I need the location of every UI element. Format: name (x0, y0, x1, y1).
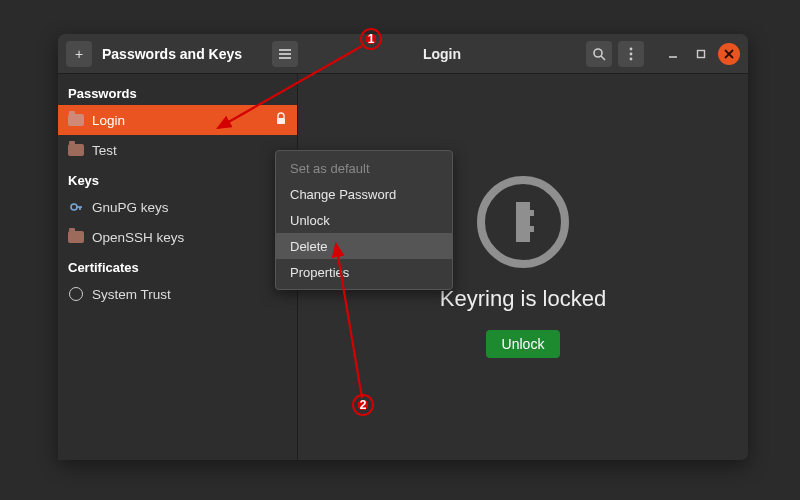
add-button[interactable]: + (66, 41, 92, 67)
window-close-button[interactable] (718, 43, 740, 65)
ctx-set-as-default: Set as default (276, 155, 452, 181)
svg-point-5 (630, 47, 633, 50)
svg-point-3 (594, 49, 602, 57)
status-text: Keyring is locked (440, 286, 606, 312)
hamburger-menu-button[interactable] (272, 41, 298, 67)
sidebar-item-label: OpenSSH keys (92, 230, 184, 245)
titlebar: + Passwords and Keys Login (58, 34, 748, 74)
ctx-unlock[interactable]: Unlock (276, 207, 452, 233)
lock-icon (275, 112, 287, 129)
key-icon (68, 200, 84, 214)
ctx-change-password[interactable]: Change Password (276, 181, 452, 207)
svg-rect-12 (277, 118, 285, 124)
sidebar-item-system-trust[interactable]: System Trust (58, 279, 297, 309)
app-title: Passwords and Keys (102, 46, 242, 62)
section-title-keys: Keys (58, 165, 297, 192)
gear-icon (68, 287, 84, 301)
context-menu: Set as default Change Password Unlock De… (275, 150, 453, 290)
sidebar-item-label: GnuPG keys (92, 200, 169, 215)
kebab-menu-button[interactable] (618, 41, 644, 67)
sidebar-item-gnupg[interactable]: GnuPG keys (58, 192, 297, 222)
folder-icon (68, 230, 84, 244)
sidebar-item-openssh[interactable]: OpenSSH keys (58, 222, 297, 252)
folder-icon (68, 113, 84, 127)
sidebar-item-label: Login (92, 113, 125, 128)
annotation-step-1: 1 (360, 28, 382, 50)
sidebar-item-login[interactable]: Login (58, 105, 297, 135)
sidebar-item-test[interactable]: Test (58, 135, 297, 165)
svg-point-7 (630, 57, 633, 60)
folder-icon (68, 143, 84, 157)
unlock-button[interactable]: Unlock (486, 330, 561, 358)
svg-point-6 (630, 52, 633, 55)
section-title-passwords: Passwords (58, 78, 297, 105)
sidebar: Passwords Login Test Keys GnuPG keys Ope… (58, 74, 298, 460)
sidebar-item-label: Test (92, 143, 117, 158)
svg-point-13 (71, 204, 77, 210)
ctx-properties[interactable]: Properties (276, 259, 452, 285)
ctx-delete[interactable]: Delete (276, 233, 452, 259)
annotation-step-2: 2 (352, 394, 374, 416)
svg-rect-9 (698, 50, 705, 57)
section-title-certificates: Certificates (58, 252, 297, 279)
svg-line-4 (601, 56, 605, 60)
window-maximize-button[interactable] (690, 43, 712, 65)
header-title: Login (298, 46, 586, 62)
sidebar-item-label: System Trust (92, 287, 171, 302)
keyring-locked-icon (477, 176, 569, 268)
window-minimize-button[interactable] (662, 43, 684, 65)
search-button[interactable] (586, 41, 612, 67)
